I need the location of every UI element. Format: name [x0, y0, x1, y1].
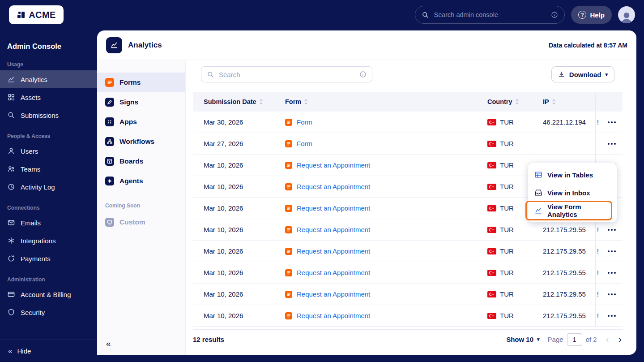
topbar: ACME ? Help — [0, 0, 644, 30]
sidebar-item-integrations[interactable]: Integrations — [0, 232, 97, 250]
hide-sidebar-button[interactable]: « Hide — [0, 340, 97, 362]
analytics-panel: Analytics Data calculated at 8:57 AM For… — [97, 30, 636, 355]
sidebar-item-assets[interactable]: Assets — [0, 88, 97, 106]
column-header-submission-date[interactable]: Submission Date — [193, 92, 285, 112]
acme-logo[interactable]: ACME — [9, 5, 64, 24]
cell-actions: ! — [595, 262, 622, 283]
menu-item-view-form-analytics[interactable]: View Form Analytics — [528, 202, 617, 220]
help-label: Help — [590, 11, 605, 19]
table-search-input[interactable] — [219, 71, 355, 78]
menu-item-label: View in Inbox — [547, 189, 590, 197]
previous-page-icon[interactable]: ‹ — [605, 334, 610, 345]
tab-label: Custom — [119, 218, 145, 226]
chevron-down-icon: ▾ — [605, 72, 608, 78]
form-icon — [285, 291, 292, 298]
help-button[interactable]: ? Help — [571, 6, 612, 24]
menu-item-view-in-tables[interactable]: View in Tables — [528, 166, 617, 184]
acme-logo-icon — [17, 10, 26, 19]
next-page-icon[interactable]: › — [618, 334, 623, 345]
cell-actions: ! — [595, 112, 622, 133]
tab-agents[interactable]: Agents — [97, 171, 185, 191]
column-header-ip[interactable]: IP — [543, 92, 595, 112]
cell-submission-date: Mar 10, 2026 — [193, 262, 285, 283]
info-icon[interactable] — [359, 71, 367, 78]
download-button[interactable]: Download ▾ — [551, 66, 614, 82]
cell-form: Request an Appointment — [285, 183, 370, 190]
form-link[interactable]: Request an Appointment — [297, 226, 370, 233]
row-actions-button[interactable] — [606, 292, 618, 297]
row-actions-button[interactable] — [606, 270, 618, 276]
form-link[interactable]: Form — [297, 118, 312, 126]
table-row: Mar 30, 2026 Form TUR — [193, 112, 623, 133]
sidebar-item-label: Security — [21, 309, 45, 316]
page-size-select[interactable]: Show 10 ▾ — [506, 336, 539, 343]
row-actions-button[interactable] — [606, 313, 618, 319]
country-code: TUR — [500, 161, 514, 169]
overflow-column-text: ! — [597, 226, 599, 233]
form-link[interactable]: Request an Appointment — [297, 269, 370, 276]
turkey-flag-icon — [487, 227, 496, 233]
turkey-flag-icon — [487, 162, 496, 168]
sidebar-item-label: Submissions — [21, 112, 59, 119]
avatar[interactable] — [618, 6, 635, 23]
cell-submission-date: Mar 10, 2026 — [193, 155, 285, 176]
sidebar-item-users[interactable]: Users — [0, 142, 97, 160]
admin-console-title[interactable]: Admin Console — [0, 30, 97, 52]
cell-country: TUR — [487, 312, 514, 319]
tab-workflows[interactable]: Workflows — [97, 132, 185, 151]
turkey-flag-icon — [487, 291, 496, 297]
chart-icon — [534, 207, 542, 215]
table-row: Mar 10, 2026 Request an Appointment — [193, 241, 623, 262]
column-label: Submission Date — [204, 98, 256, 105]
sidebar-item-security[interactable]: Security — [0, 303, 97, 321]
cell-submission-date: Mar 10, 2026 — [193, 241, 285, 262]
form-link[interactable]: Form — [297, 140, 312, 147]
collapse-panel-nav-icon[interactable]: « — [106, 339, 111, 349]
sidebar-item-teams[interactable]: Teams — [0, 160, 97, 178]
sidebar-item-account-billing[interactable]: Account & Billing — [0, 285, 97, 303]
custom-icon — [105, 218, 114, 227]
page-of-label: of 2 — [586, 336, 597, 343]
tab-boards[interactable]: Boards — [97, 151, 185, 171]
agents-icon — [105, 177, 114, 185]
menu-item-view-in-inbox[interactable]: View in Inbox — [528, 184, 617, 202]
tab-signs[interactable]: Signs — [97, 92, 185, 112]
column-header-form[interactable]: Form — [285, 92, 487, 112]
integrations-icon — [7, 237, 15, 245]
column-header-country[interactable]: Country — [487, 92, 543, 112]
page-number-input[interactable] — [567, 333, 582, 346]
cell-form: Request an Appointment — [285, 247, 370, 255]
sidebar-item-label: Payments — [21, 255, 51, 263]
sidebar-item-activity-log[interactable]: Activity Log — [0, 178, 97, 196]
download-label: Download — [569, 71, 601, 78]
turkey-flag-icon — [487, 205, 496, 211]
tables-icon — [534, 171, 542, 179]
sidebar-item-submissions[interactable]: Submissions — [0, 106, 97, 124]
form-link[interactable]: Request an Appointment — [297, 183, 370, 190]
section-label-usage: Usage — [0, 52, 97, 70]
row-actions-button[interactable] — [606, 141, 618, 147]
sidebar-item-payments[interactable]: Payments — [0, 250, 97, 267]
row-actions-button[interactable] — [606, 120, 618, 125]
help-icon: ? — [578, 11, 586, 19]
hide-label: Hide — [17, 347, 31, 355]
form-link[interactable]: Request an Appointment — [297, 161, 370, 169]
boards-icon — [105, 157, 114, 166]
form-link[interactable]: Request an Appointment — [297, 247, 370, 255]
admin-search-input[interactable] — [434, 11, 546, 18]
cell-country: TUR — [487, 226, 514, 233]
sidebar-item-emails[interactable]: Emails — [0, 214, 97, 232]
download-icon — [558, 71, 565, 78]
sidebar-item-analytics[interactable]: Analytics — [0, 70, 97, 88]
form-link[interactable]: Request an Appointment — [297, 312, 370, 319]
cell-country: TUR — [487, 161, 514, 169]
row-actions-button[interactable] — [606, 249, 618, 254]
tab-apps[interactable]: Apps — [97, 112, 185, 132]
tab-forms[interactable]: Forms — [97, 73, 185, 92]
info-icon[interactable] — [551, 11, 558, 18]
form-link[interactable]: Request an Appointment — [297, 290, 370, 298]
row-actions-button[interactable] — [606, 227, 618, 233]
cell-submission-date: Mar 10, 2026 — [193, 305, 285, 326]
form-link[interactable]: Request an Appointment — [297, 204, 370, 212]
cell-ip: 46.221.12.194 — [543, 112, 595, 133]
